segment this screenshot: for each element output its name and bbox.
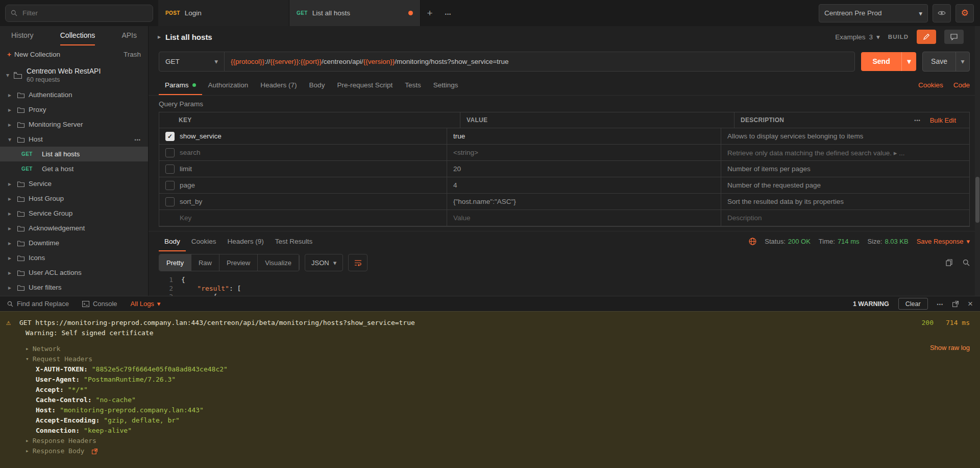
param-key[interactable]: limit bbox=[180, 165, 192, 173]
code-link[interactable]: Code bbox=[953, 81, 970, 89]
console-response-headers-section[interactable]: Response Headers bbox=[26, 436, 970, 446]
param-description[interactable]: Description bbox=[727, 214, 762, 222]
sidebar-tab-history[interactable]: History bbox=[11, 26, 34, 45]
console-log-entry[interactable]: GET https://monitoring-preprod.company.l… bbox=[6, 317, 970, 328]
response-view-tab[interactable]: Visualize bbox=[258, 254, 299, 271]
sidebar-request-item[interactable]: GET List all hosts bbox=[0, 147, 148, 161]
sidebar-folder-item[interactable]: Acknowledgement bbox=[0, 221, 148, 236]
param-row[interactable]: sort_by {"host.name":"ASC"} Sort the res… bbox=[159, 194, 969, 210]
folder-options-button[interactable] bbox=[135, 135, 141, 143]
sidebar-folder-item[interactable]: Service Group bbox=[0, 206, 148, 221]
open-in-new-icon[interactable] bbox=[952, 301, 959, 307]
console-response-body-section[interactable]: Response Body bbox=[26, 446, 970, 456]
params-more-button[interactable] bbox=[914, 116, 920, 124]
environment-quick-look-button[interactable] bbox=[933, 4, 951, 22]
response-tab[interactable]: Body bbox=[159, 231, 186, 251]
response-view-tab[interactable]: Pretty bbox=[159, 254, 191, 271]
save-options-caret[interactable] bbox=[955, 52, 969, 71]
method-selector[interactable]: GET bbox=[159, 52, 225, 71]
request-tab-login[interactable]: POST Login bbox=[158, 0, 289, 26]
response-tab[interactable]: Test Results bbox=[270, 231, 318, 251]
find-and-replace-button[interactable]: Find and Replace bbox=[7, 300, 69, 308]
sidebar-folder-item[interactable]: User filters bbox=[0, 280, 148, 295]
request-config-tab[interactable]: Body bbox=[303, 75, 331, 95]
param-value[interactable]: 4 bbox=[453, 181, 457, 189]
param-row[interactable]: page 4 Number of the requested page bbox=[159, 177, 969, 194]
send-options-caret[interactable] bbox=[901, 52, 916, 71]
cookies-link[interactable]: Cookies bbox=[918, 81, 943, 89]
network-icon[interactable] bbox=[749, 238, 756, 245]
sidebar-folder-item[interactable]: Authentication bbox=[0, 87, 148, 102]
external-link-icon[interactable] bbox=[92, 449, 97, 454]
param-description[interactable]: Retrieve only data matching the defined … bbox=[727, 149, 904, 157]
param-key[interactable]: show_service bbox=[180, 132, 222, 140]
param-key[interactable]: Key bbox=[180, 214, 191, 222]
param-value[interactable]: {"host.name":"ASC"} bbox=[453, 198, 516, 205]
request-config-tab[interactable]: Pre-request Script bbox=[331, 75, 399, 95]
request-tab-list-all-hosts[interactable]: GET List all hosts bbox=[289, 0, 421, 26]
param-row[interactable]: show_service true Allows to display serv… bbox=[159, 128, 969, 145]
wrap-text-button[interactable] bbox=[348, 254, 368, 271]
response-view-tab[interactable]: Preview bbox=[219, 254, 258, 271]
search-icon[interactable] bbox=[963, 259, 970, 266]
log-filter-dropdown[interactable]: All Logs bbox=[131, 300, 161, 308]
param-row[interactable]: Key Value Description bbox=[159, 210, 969, 226]
param-description[interactable]: Allows to display services belonging to … bbox=[727, 132, 863, 140]
bulk-edit-link[interactable]: Bulk Edit bbox=[930, 116, 956, 124]
response-tab[interactable]: Headers (9) bbox=[222, 231, 270, 251]
param-row[interactable]: limit 20 Number of items per pages bbox=[159, 161, 969, 177]
chevron-right-icon[interactable] bbox=[158, 33, 161, 40]
param-value[interactable]: 20 bbox=[453, 165, 461, 173]
param-value[interactable]: true bbox=[453, 132, 465, 140]
param-checkbox[interactable] bbox=[165, 132, 175, 141]
param-description[interactable]: Number of the requested page bbox=[727, 181, 821, 189]
sidebar-folder-item[interactable]: Icons bbox=[0, 250, 148, 265]
response-body-editor[interactable]: 1 { 2 "result": [ 3 { 4 bbox=[149, 274, 980, 296]
param-checkbox[interactable] bbox=[165, 165, 175, 174]
request-config-tab[interactable]: Settings bbox=[427, 75, 464, 95]
close-console-icon[interactable] bbox=[968, 299, 973, 308]
sidebar-folder-item[interactable]: User ACL actions bbox=[0, 265, 148, 280]
edit-button[interactable] bbox=[917, 30, 936, 44]
param-row[interactable]: search <string> Retrieve only data match… bbox=[159, 145, 969, 161]
trash-button[interactable]: Trash bbox=[124, 51, 141, 58]
console-options-button[interactable] bbox=[937, 300, 943, 308]
param-value[interactable]: <string> bbox=[453, 149, 478, 156]
param-description[interactable]: Sort the resulted data by its properties bbox=[727, 198, 844, 205]
sidebar-folder-item[interactable]: Host Group bbox=[0, 191, 148, 206]
comments-button[interactable] bbox=[944, 30, 964, 44]
clear-console-button[interactable]: Clear bbox=[898, 298, 928, 310]
open-new-tab-button[interactable] bbox=[421, 0, 439, 26]
response-view-tab[interactable]: Raw bbox=[191, 254, 219, 271]
collection-root[interactable]: Centreon Web RestAPI 60 requests bbox=[0, 63, 148, 87]
scrollbar-thumb[interactable] bbox=[975, 177, 979, 223]
sidebar-folder-item[interactable]: Service bbox=[0, 176, 148, 191]
request-config-tab[interactable]: Tests bbox=[399, 75, 427, 95]
param-key[interactable]: search bbox=[180, 149, 201, 156]
param-checkbox[interactable] bbox=[165, 197, 175, 206]
sidebar-request-item[interactable]: GET Get a host bbox=[0, 161, 148, 176]
param-value[interactable]: Value bbox=[453, 214, 471, 222]
sidebar-tab-apis[interactable]: APIs bbox=[121, 26, 137, 45]
param-key[interactable]: page bbox=[180, 181, 195, 189]
new-collection-button[interactable]: + New Collection bbox=[7, 51, 60, 58]
param-key[interactable]: sort_by bbox=[180, 198, 202, 205]
console-request-headers-section[interactable]: Request Headers bbox=[26, 354, 970, 364]
show-raw-log-link[interactable]: Show raw log bbox=[930, 344, 970, 352]
sidebar-folder-item[interactable]: Proxy bbox=[0, 102, 148, 117]
send-button[interactable]: Send bbox=[861, 52, 916, 71]
save-button[interactable]: Save bbox=[922, 52, 970, 72]
tab-options-button[interactable] bbox=[439, 0, 457, 26]
environment-selector[interactable]: Centreon Pre Prod bbox=[819, 4, 928, 22]
url-input[interactable]: {{protocol}} :// {{server}} : {{port}} /… bbox=[225, 52, 854, 71]
console-toggle-button[interactable]: Console bbox=[82, 300, 117, 308]
param-description[interactable]: Number of items per pages bbox=[727, 165, 811, 173]
param-checkbox[interactable] bbox=[165, 148, 175, 157]
sidebar-filter-box[interactable] bbox=[5, 5, 153, 22]
request-config-tab[interactable]: Headers (7) bbox=[254, 75, 303, 95]
console-network-section[interactable]: Network bbox=[26, 344, 970, 354]
sidebar-tab-collections[interactable]: Collections bbox=[60, 26, 95, 45]
sidebar-folder-item[interactable]: Downtime bbox=[0, 236, 148, 250]
response-tab[interactable]: Cookies bbox=[186, 231, 222, 251]
scrollbar[interactable] bbox=[975, 26, 980, 296]
